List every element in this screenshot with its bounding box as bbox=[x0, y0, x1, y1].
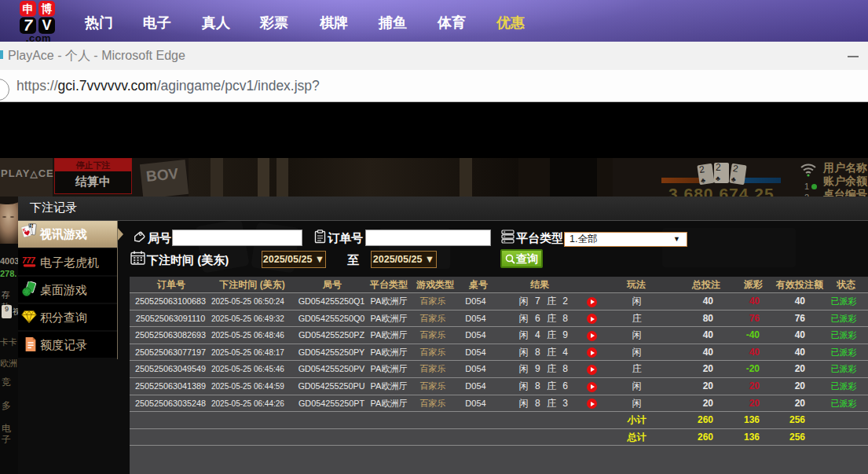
svg-text:777: 777 bbox=[22, 256, 35, 265]
